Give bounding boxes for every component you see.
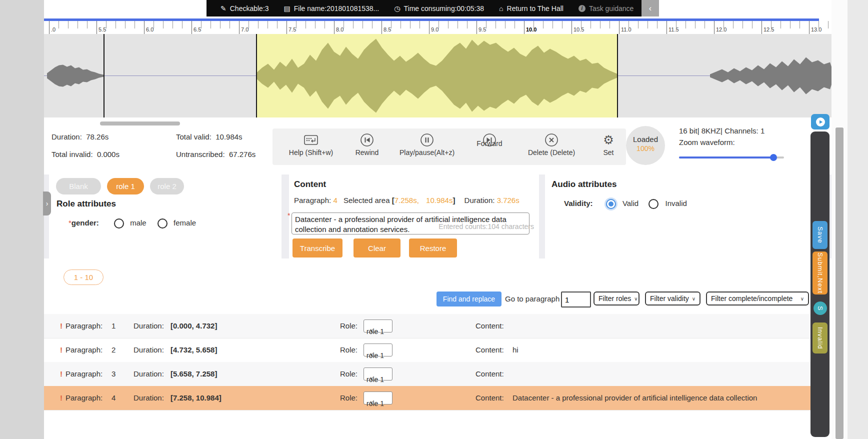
tab-role-2[interactable]: role 2 bbox=[150, 178, 184, 194]
char-counter: Entered counts:104 characters bbox=[438, 222, 534, 230]
range-close-bracket: ] bbox=[452, 196, 455, 204]
slider-knob[interactable] bbox=[770, 154, 777, 161]
role-select[interactable]: role 1∨ bbox=[364, 320, 392, 332]
role-select[interactable]: role 1∨ bbox=[364, 392, 392, 404]
female-radio[interactable] bbox=[158, 218, 168, 228]
pause-icon bbox=[394, 132, 460, 148]
chevron-down-icon: ∨ bbox=[370, 400, 373, 405]
submit-next-button[interactable]: Submit,Next bbox=[812, 252, 828, 294]
warning-mark: ! bbox=[60, 346, 62, 354]
restore-button[interactable]: Restore bbox=[409, 238, 457, 258]
content-heading: Content bbox=[294, 180, 326, 190]
content-panel: Content Paragraph: 4 Selected area [7.25… bbox=[289, 174, 539, 258]
file-name-label: File name:201801081538... bbox=[294, 4, 379, 12]
valid-label: Valid bbox=[622, 199, 638, 208]
selection-duration: 3.726s bbox=[497, 196, 520, 204]
table-row[interactable]: ! Paragraph:2 Duration:[4.732, 5.658] Ro… bbox=[44, 338, 810, 362]
delete-button[interactable]: Delete (Delete) bbox=[519, 132, 584, 156]
tab-blank[interactable]: Blank bbox=[56, 178, 101, 194]
float-play-button[interactable] bbox=[811, 114, 830, 130]
avatar[interactable]: S bbox=[814, 302, 827, 315]
male-label: male bbox=[130, 218, 146, 227]
table-row[interactable]: ! Paragraph:3 Duration:[5.658, 7.258] Ro… bbox=[44, 362, 810, 386]
role-select[interactable]: role 1∨ bbox=[364, 344, 392, 356]
gender-row: *gender: male female bbox=[68, 218, 196, 228]
audio-format-info: 16 bit| 8KHZ| Channels: 1 bbox=[679, 126, 764, 135]
task-guidance-link[interactable]: i Task guidance bbox=[578, 4, 634, 12]
valid-radio[interactable] bbox=[606, 199, 616, 209]
invalid-button[interactable]: Invalid bbox=[812, 322, 828, 354]
filter-complete-select[interactable]: Filter complete/incomplete∨ bbox=[706, 292, 809, 306]
tab-role-1[interactable]: role 1 bbox=[107, 178, 144, 194]
delete-icon bbox=[519, 132, 584, 148]
checkable-label: Checkable:3 bbox=[230, 4, 269, 12]
left-gray-strip bbox=[0, 0, 44, 439]
return-hall-label: Return to The Hall bbox=[507, 4, 564, 12]
female-label: female bbox=[174, 218, 196, 227]
filter-roles-select[interactable]: Filter roles∨ bbox=[594, 292, 640, 306]
table-row[interactable]: ! Paragraph:1 Duration:[0.000, 4.732] Ro… bbox=[44, 314, 810, 338]
timeline-ruler[interactable]: .05.56.06.57.07.58.08.59.09.510.010.511.… bbox=[44, 21, 832, 34]
chevron-down-icon: ∨ bbox=[370, 352, 373, 357]
goto-paragraph-input[interactable] bbox=[561, 292, 591, 308]
zoom-waveform-label: Zoom waveform: bbox=[679, 138, 735, 146]
chevron-down-icon: ∨ bbox=[634, 296, 638, 302]
slider-fill bbox=[679, 156, 774, 158]
audio-panel: Audio attributes Validity: Valid Invalid bbox=[545, 174, 811, 258]
male-radio[interactable] bbox=[114, 218, 124, 228]
warning-mark: ! bbox=[60, 322, 62, 330]
playback-cursor[interactable] bbox=[104, 34, 104, 118]
transcribe-button[interactable]: Transcribe bbox=[292, 238, 342, 258]
range-start: 7.258s, bbox=[394, 196, 419, 204]
pencil-icon: ✎ bbox=[220, 4, 226, 12]
help-button[interactable]: Help (Shift+w) bbox=[278, 132, 344, 156]
checkable-status: ✎ Checkable:3 bbox=[220, 4, 269, 12]
play-icon bbox=[816, 117, 826, 127]
panel-expander-tab[interactable]: › bbox=[43, 192, 51, 216]
home-icon: ⌂ bbox=[499, 4, 503, 12]
loaded-percent: 100% bbox=[626, 144, 665, 152]
untranscribed-stat: Untranscribed: 67.276s bbox=[176, 150, 256, 158]
play-pause-button[interactable]: Play/pause(Alt+z) bbox=[394, 132, 460, 156]
chevron-down-icon: ∨ bbox=[692, 296, 696, 302]
zoom-waveform-slider[interactable] bbox=[679, 154, 784, 161]
validity-label: Validity: bbox=[564, 199, 593, 208]
selection-end-handle[interactable] bbox=[617, 34, 618, 118]
rewind-button[interactable]: Rewind bbox=[334, 132, 400, 156]
loaded-badge: Loaded 100% bbox=[626, 126, 665, 165]
save-button[interactable]: Save bbox=[812, 221, 828, 249]
rewind-icon bbox=[334, 132, 400, 148]
time-consuming-status: ◷ Time consuming:00:05:38 bbox=[394, 4, 484, 12]
chevron-down-icon: ∨ bbox=[370, 376, 373, 381]
pagination-badge[interactable]: 1 - 10 bbox=[64, 270, 104, 285]
clear-button[interactable]: Clear bbox=[354, 238, 400, 258]
forward-button[interactable]: Forward bbox=[457, 132, 522, 148]
waveform-scrollbar[interactable] bbox=[100, 122, 180, 126]
collapse-topbar-button[interactable]: ‹ bbox=[642, 0, 659, 16]
keyboard-icon bbox=[278, 132, 344, 148]
warning-mark: ! bbox=[60, 394, 62, 402]
return-hall-link[interactable]: ⌂ Return to The Hall bbox=[499, 4, 564, 12]
transport-panel: Help (Shift+w) Rewind Play/pause(Alt+z) … bbox=[272, 128, 626, 165]
vertical-scrollbar[interactable] bbox=[836, 128, 844, 439]
paragraph-info-line: Paragraph: 4 Selected area [7.258s, 10.9… bbox=[294, 196, 520, 204]
top-status-bar: ✎ Checkable:3 ▤ File name:201801081538..… bbox=[206, 0, 642, 16]
range-end: 10.984s bbox=[426, 196, 452, 204]
invalid-label: Invalid bbox=[665, 199, 686, 208]
role-attributes-heading: Role attributes bbox=[56, 199, 116, 209]
task-guidance-label: Task guidance bbox=[589, 4, 634, 12]
chevron-down-icon: ∨ bbox=[370, 328, 373, 333]
file-name-status: ▤ File name:201801081538... bbox=[284, 4, 380, 12]
warning-mark: ! bbox=[60, 370, 62, 378]
filter-validity-select[interactable]: Filter validity∨ bbox=[645, 292, 700, 306]
role-panel: Blank role 1 role 2 Role attributes *gen… bbox=[49, 174, 282, 258]
info-icon: i bbox=[578, 5, 586, 12]
find-and-replace-button[interactable]: Find and replace bbox=[436, 292, 502, 306]
waveform-area[interactable] bbox=[44, 34, 832, 118]
role-select[interactable]: role 1∨ bbox=[364, 368, 392, 380]
selection-start-handle[interactable] bbox=[256, 34, 257, 118]
table-row-selected[interactable]: ! Paragraph:4 Duration:[7.258, 10.984] R… bbox=[44, 386, 810, 410]
invalid-radio[interactable] bbox=[648, 199, 658, 209]
desktop-background bbox=[848, 0, 868, 439]
total-invalid-stat: Total invalid: 0.000s bbox=[52, 150, 120, 158]
